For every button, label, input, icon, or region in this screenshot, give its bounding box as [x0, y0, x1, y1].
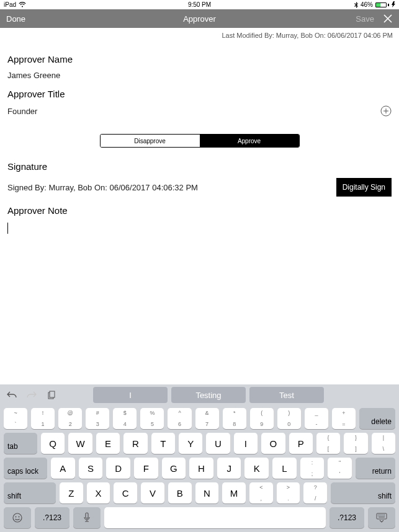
suggestion-3[interactable]: Test [249, 387, 324, 403]
key-c[interactable]: C [114, 482, 137, 503]
key-return[interactable]: return [356, 458, 395, 479]
text-cursor [7, 223, 8, 234]
key--[interactable]: _- [305, 408, 328, 429]
key-a[interactable]: A [51, 458, 75, 479]
key-8[interactable]: *8 [223, 408, 246, 429]
form-content: Approver Name James Greene Approver Titl… [0, 39, 399, 234]
status-time: 9:50 PM [0, 1, 399, 8]
bluetooth-icon [354, 2, 358, 8]
approver-note-input[interactable] [7, 222, 392, 234]
key-punct[interactable]: ?/ [303, 482, 327, 503]
key-punct[interactable]: "' [328, 458, 352, 479]
key-punct[interactable]: :; [300, 458, 325, 479]
redo-icon[interactable] [25, 388, 38, 402]
key-1[interactable]: !1 [31, 408, 55, 429]
key-numbers-left[interactable]: .?123 [35, 507, 69, 528]
key-t[interactable]: T [151, 433, 175, 454]
key-q[interactable]: Q [41, 433, 65, 454]
key-v[interactable]: V [141, 482, 164, 503]
key-g[interactable]: G [162, 458, 186, 479]
key-w[interactable]: W [68, 433, 92, 454]
key-s[interactable]: S [79, 458, 103, 479]
key-9[interactable]: (9 [250, 408, 274, 429]
key-5[interactable]: %5 [140, 408, 164, 429]
status-bar: iPad 9:50 PM 46% [0, 0, 399, 9]
key-punct[interactable]: <, [249, 482, 273, 503]
plus-circle-icon[interactable] [380, 105, 392, 117]
key-j[interactable]: J [217, 458, 241, 479]
device-name: iPad [4, 1, 16, 8]
svg-rect-2 [50, 391, 55, 397]
key-4[interactable]: $4 [113, 408, 137, 429]
keyboard-suggestions: I Testing Test [93, 387, 394, 403]
approver-title-label: Approver Title [7, 89, 392, 99]
last-modified-text: Last Modified By: Murray, Bob On: 06/06/… [0, 28, 399, 39]
key-d[interactable]: D [106, 458, 130, 479]
close-icon[interactable] [383, 14, 393, 24]
key-m[interactable]: M [222, 482, 246, 503]
key-b[interactable]: B [168, 482, 192, 503]
approver-name-value[interactable]: James Greene [7, 71, 392, 80]
key-bracket[interactable]: |\ [372, 433, 395, 454]
svg-point-4 [16, 516, 17, 518]
suggestion-1[interactable]: I [93, 387, 168, 403]
done-button[interactable]: Done [6, 14, 25, 24]
undo-icon[interactable] [5, 388, 19, 402]
key-caps-lock[interactable]: caps lock [4, 458, 47, 479]
key-3[interactable]: #3 [86, 408, 109, 429]
save-button[interactable]: Save [356, 14, 374, 24]
approver-name-label: Approver Name [7, 54, 392, 64]
key-7[interactable]: &7 [195, 408, 219, 429]
key-space[interactable] [104, 507, 326, 528]
key-y[interactable]: Y [179, 433, 202, 454]
signature-value: Signed By: Murray, Bob On: 06/06/2017 04… [7, 183, 198, 192]
signature-label: Signature [7, 161, 392, 172]
key-f[interactable]: F [134, 458, 158, 479]
key-p[interactable]: P [289, 433, 313, 454]
approver-note-label: Approver Note [7, 205, 392, 216]
key-hide-keyboard[interactable] [368, 507, 395, 528]
key-bracket[interactable]: }] [344, 433, 367, 454]
svg-rect-6 [86, 513, 88, 518]
key-dictation[interactable] [73, 507, 101, 528]
page-title: Approver [0, 14, 399, 24]
battery-percent: 46% [361, 1, 373, 8]
approval-segmented-control[interactable]: Disapprove Approve [100, 134, 300, 148]
key-i[interactable]: I [234, 433, 258, 454]
key-z[interactable]: Z [60, 482, 83, 503]
key-numbers-right[interactable]: .?123 [330, 507, 364, 528]
suggestion-2[interactable]: Testing [171, 387, 246, 403]
approver-title-value[interactable]: Founder [7, 107, 37, 116]
key-delete[interactable]: delete [359, 408, 395, 429]
battery-icon [375, 2, 389, 7]
key-2[interactable]: @2 [58, 408, 82, 429]
key-tab[interactable]: tab [4, 433, 37, 454]
key-=[interactable]: += [332, 408, 356, 429]
key-o[interactable]: O [261, 433, 285, 454]
clipboard-icon[interactable] [45, 388, 58, 402]
digitally-sign-button[interactable]: Digitally Sign [336, 178, 392, 197]
key-e[interactable]: E [96, 433, 120, 454]
key-l[interactable]: L [272, 458, 297, 479]
key-u[interactable]: U [206, 433, 230, 454]
key-punct[interactable]: >. [277, 482, 300, 503]
key-k[interactable]: K [244, 458, 269, 479]
svg-point-3 [13, 513, 22, 522]
key-`[interactable]: ~` [4, 408, 27, 429]
on-screen-keyboard: I Testing Test ~`!1@2#3$4%5^6&7*8(9)0_-+… [0, 384, 399, 532]
key-emoji[interactable] [4, 507, 31, 528]
key-h[interactable]: H [189, 458, 213, 479]
disapprove-button[interactable]: Disapprove [101, 135, 200, 147]
nav-bar: Done Approver Save [0, 9, 399, 28]
key-x[interactable]: X [87, 482, 110, 503]
wifi-icon [19, 2, 26, 7]
key-shift-left[interactable]: shift [4, 482, 56, 503]
svg-point-5 [19, 516, 20, 518]
key-n[interactable]: N [195, 482, 219, 503]
key-6[interactable]: ^6 [168, 408, 191, 429]
key-shift-right[interactable]: shift [331, 482, 395, 503]
approve-button[interactable]: Approve [200, 135, 299, 147]
key-0[interactable]: )0 [277, 408, 301, 429]
key-bracket[interactable]: {[ [316, 433, 340, 454]
key-r[interactable]: R [123, 433, 147, 454]
